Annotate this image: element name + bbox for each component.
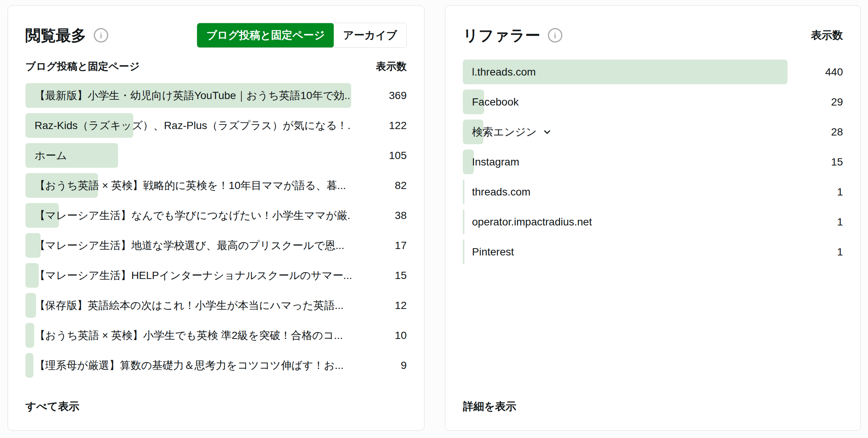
views-count: 29 (788, 96, 843, 108)
row-label[interactable]: Facebook (463, 96, 519, 108)
views-count: 440 (788, 66, 843, 78)
table-row[interactable]: operator.impactradius.net1 (463, 210, 843, 234)
most-viewed-rows: 【最新版】小学生・幼児向け英語YouTube｜おうち英語10年で効...369R… (25, 83, 407, 378)
row-label[interactable]: 【保存版】英語絵本の次はこれ！小学生が本当にハマった英語... (25, 298, 344, 313)
most-viewed-subheader: ブログ投稿と固定ページ 表示数 (25, 60, 407, 73)
table-row[interactable]: 【おうち英語 × 英検】戦略的に英検を！10年目ママが語る、暮...82 (25, 173, 407, 198)
info-icon[interactable]: i (94, 28, 108, 43)
most-viewed-card: 閲覧最多 i ブログ投稿と固定ページアーカイブ ブログ投稿と固定ページ 表示数 … (8, 5, 425, 431)
views-count: 122 (351, 120, 407, 132)
views-count: 38 (351, 210, 407, 222)
row-label[interactable]: 【マレーシア生活】地道な学校選び、最高のプリスクールで恩... (25, 238, 344, 253)
table-row[interactable]: 【マレーシア生活】なんでも学びにつなげたい！小学生ママが厳...38 (25, 203, 407, 228)
row-label[interactable]: 【最新版】小学生・幼児向け英語YouTube｜おうち英語10年で効... (25, 88, 351, 103)
views-count: 15 (788, 156, 843, 168)
table-row[interactable]: 【理系母が厳選】算数の基礎力＆思考力をコツコツ伸ばす！お...9 (25, 353, 407, 378)
views-count: 1 (788, 216, 843, 228)
table-row[interactable]: Raz-Kids（ラズキッズ）、Raz-Plus（ラズプラス）が気になる！...… (25, 113, 407, 138)
views-count: 9 (351, 359, 407, 372)
views-count: 10 (351, 329, 407, 342)
referrers-title: リファラー (463, 27, 540, 44)
row-label[interactable]: Instagram (463, 156, 519, 168)
chevron-down-icon[interactable] (542, 127, 552, 137)
views-count: 17 (351, 239, 407, 252)
table-row[interactable]: 【マレーシア生活】HELPインターナショナルスクールのサマー...15 (25, 263, 407, 288)
views-count: 12 (351, 299, 407, 312)
row-label[interactable]: operator.impactradius.net (463, 216, 592, 228)
table-row[interactable]: 【おうち英語 × 英検】小学生でも英検 準2級を突破！合格のコ...10 (25, 323, 407, 348)
views-column-header: 表示数 (811, 28, 843, 43)
row-label[interactable]: 【マレーシア生活】HELPインターナショナルスクールのサマー... (25, 268, 351, 283)
row-label[interactable]: 【おうち英語 × 英検】戦略的に英検を！10年目ママが語る、暮... (25, 178, 346, 193)
views-count: 1 (788, 246, 843, 258)
view-details-link[interactable]: 詳細を表示 (463, 399, 516, 414)
row-label[interactable]: 【理系母が厳選】算数の基礎力＆思考力をコツコツ伸ばす！お... (25, 358, 344, 373)
table-row[interactable]: 検索エンジン28 (463, 120, 843, 144)
views-column-header: 表示数 (376, 60, 407, 73)
row-label[interactable]: l.threads.com (463, 66, 536, 78)
most-viewed-tab-group: ブログ投稿と固定ページアーカイブ (197, 23, 407, 48)
views-count: 15 (351, 269, 407, 282)
row-label[interactable]: Pinterest (463, 246, 514, 258)
table-row[interactable]: 【保存版】英語絵本の次はこれ！小学生が本当にハマった英語...12 (25, 293, 407, 318)
views-count: 1 (788, 186, 843, 198)
referrers-rows: l.threads.com440Facebook29検索エンジン28Instag… (463, 60, 843, 264)
tab-archive[interactable]: アーカイブ (334, 23, 406, 47)
views-count: 369 (351, 90, 407, 102)
show-all-link[interactable]: すべて表示 (25, 399, 79, 414)
referrers-card: リファラー i 表示数 l.threads.com440Facebook29検索… (445, 5, 861, 431)
table-row[interactable]: 【最新版】小学生・幼児向け英語YouTube｜おうち英語10年で効...369 (25, 83, 407, 108)
views-count: 82 (351, 180, 407, 192)
info-icon[interactable]: i (548, 28, 562, 43)
table-row[interactable]: ホーム105 (25, 143, 407, 168)
row-label[interactable]: ホーム (25, 148, 67, 163)
referrers-header: リファラー i 表示数 (463, 22, 843, 48)
row-label[interactable]: Raz-Kids（ラズキッズ）、Raz-Plus（ラズプラス）が気になる！... (25, 118, 351, 133)
most-viewed-header: 閲覧最多 i ブログ投稿と固定ページアーカイブ (25, 22, 407, 48)
table-row[interactable]: Instagram15 (463, 150, 843, 174)
row-label[interactable]: threads.com (463, 186, 530, 198)
views-count: 105 (351, 150, 407, 162)
stats-dashboard: 閲覧最多 i ブログ投稿と固定ページアーカイブ ブログ投稿と固定ページ 表示数 … (0, 0, 868, 431)
table-row[interactable]: threads.com1 (463, 180, 843, 204)
views-count: 28 (788, 126, 843, 138)
most-viewed-title: 閲覧最多 (25, 27, 86, 44)
tab-posts-pages[interactable]: ブログ投稿と固定ページ (197, 23, 334, 47)
row-label[interactable]: 検索エンジン (463, 125, 552, 139)
row-label[interactable]: 【おうち英語 × 英検】小学生でも英検 準2級を突破！合格のコ... (25, 328, 343, 343)
table-row[interactable]: 【マレーシア生活】地道な学校選び、最高のプリスクールで恩...17 (25, 233, 407, 258)
row-label[interactable]: 【マレーシア生活】なんでも学びにつなげたい！小学生ママが厳... (25, 208, 351, 223)
table-row[interactable]: Pinterest1 (463, 239, 843, 264)
subheader-label: ブログ投稿と固定ページ (25, 60, 140, 73)
table-row[interactable]: Facebook29 (463, 90, 843, 114)
table-row[interactable]: l.threads.com440 (463, 60, 843, 84)
